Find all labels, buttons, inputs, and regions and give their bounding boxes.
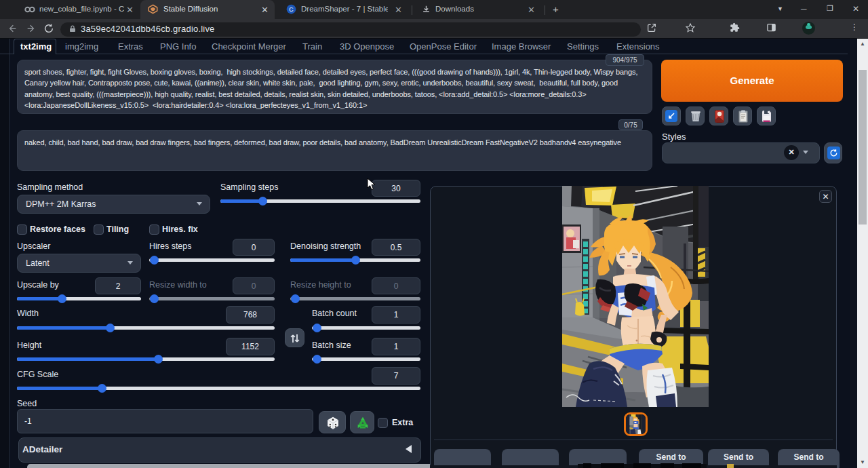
svg-text:C: C: [289, 6, 293, 13]
